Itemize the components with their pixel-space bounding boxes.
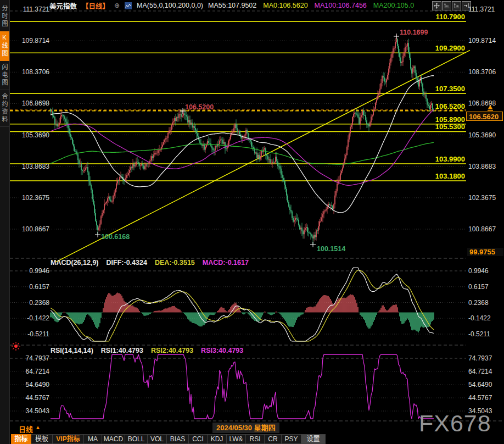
period-label[interactable]: 日线 xyxy=(19,424,33,434)
link-plus-icon[interactable]: ⊕ xyxy=(114,2,120,9)
toolbar-tab-指标[interactable]: 指标 xyxy=(11,434,31,444)
period-tag: 【日线】 xyxy=(82,1,109,11)
macd-macd-value: MACD:-0.1617 xyxy=(203,259,249,267)
toolbar-tab-BOLL[interactable]: BOLL xyxy=(125,434,148,444)
watermark: FX678 xyxy=(419,410,491,437)
toolbar-tab-BIAS[interactable]: BIAS xyxy=(167,434,189,444)
toolbar-tab-CCI[interactable]: CCI xyxy=(189,434,208,444)
macd-header: MACD(26,12,9) DIFF:-0.4324 DEA:-0.3515 M… xyxy=(51,259,249,267)
chart-header: 美元指数 【日线】 ⊕ MA(55,0,100,200,0,0) MA55:10… xyxy=(49,0,414,11)
toolbar-tab-PSY[interactable]: PSY xyxy=(282,434,301,444)
sidebar: 分时图K线图闪电图合约资料 xyxy=(0,0,10,444)
toolbar-tab-LW&[interactable]: LW& xyxy=(227,434,246,444)
hide-panel-icon[interactable] xyxy=(462,1,471,10)
sidebar-item-3[interactable]: 合约资料 xyxy=(0,90,9,127)
macd-dea-value: DEA:-0.3515 xyxy=(155,259,195,267)
toolbar-tab-模板[interactable]: 模板 xyxy=(31,434,53,444)
rsi3-value: RSI3:40.4793 xyxy=(201,347,243,354)
toolbar-tab-VIP指标[interactable]: VIP指标 xyxy=(53,434,84,444)
toolbar-tab-MA[interactable]: MA xyxy=(84,434,102,444)
axis-scale-right-icon[interactable] xyxy=(452,1,461,10)
low-price-tag: 99.9755 xyxy=(467,248,503,256)
macd-diff-value: DIFF:-0.4324 xyxy=(107,259,147,267)
toolbar-tab-KDJ[interactable]: KDJ xyxy=(208,434,227,444)
crosshair-pan-icon[interactable] xyxy=(432,1,441,10)
annotation-high: 110.1699 xyxy=(400,29,428,36)
sidebar-item-1[interactable]: K线图 xyxy=(0,31,9,61)
ma-values: MA55:107.9502MA0:106.5620MA100:106.7456M… xyxy=(208,2,414,9)
indicator-burst-icon[interactable] xyxy=(11,341,21,351)
annotation-low: 100.1514 xyxy=(317,245,345,253)
rsi-title: RSI(14,14,14) xyxy=(51,347,93,354)
ma-value-2: MA100:106.7456 xyxy=(315,2,367,9)
annotation-resistance: 106.5200 xyxy=(185,103,214,111)
indicator-toolbar: 指标模板VIP指标MAMACDBOLLVOLBIASCCIKDJLW&RSICR… xyxy=(11,434,326,444)
ma-value-0: MA55:107.9502 xyxy=(208,2,256,9)
rsi1-value: RSI1:40.4793 xyxy=(101,347,143,354)
axis-scale-left-icon[interactable] xyxy=(442,1,451,10)
sidebar-item-0[interactable]: 分时图 xyxy=(0,2,9,31)
sidebar-item-2[interactable]: 闪电图 xyxy=(0,61,9,90)
toolbar-tab-VOL[interactable]: VOL xyxy=(148,434,167,444)
chart-type-icon[interactable] xyxy=(125,2,132,9)
selected-date-tag: 2024/05/30 星期四 xyxy=(212,423,279,433)
ma-formula: MA(55,0,100,200,0,0) xyxy=(137,2,203,9)
trading-app-window: 分时图K线图闪电图合约资料 美元指数 【日线】 ⊕ MA(55,0,100,20… xyxy=(0,0,504,444)
current-price-tag: 106.5620 xyxy=(466,112,503,121)
toolbar-tab-CR[interactable]: CR xyxy=(265,434,282,444)
rsi2-value: RSI2:40.4793 xyxy=(151,347,193,354)
macd-title: MACD(26,12,9) xyxy=(51,259,99,267)
toolbar-tab-RSI[interactable]: RSI xyxy=(246,434,265,444)
ma-value-3: MA200:105.0 xyxy=(373,2,414,9)
toolbar-tab-设置[interactable]: 设置 xyxy=(301,434,326,444)
annotation-swing-low: 100.6168 xyxy=(101,233,130,241)
symbol-title: 美元指数 xyxy=(49,1,77,11)
period-up-arrow-icon[interactable]: ▲ xyxy=(35,424,41,430)
rsi-header: RSI(14,14,14) RSI1:40.4793 RSI2:40.4793 … xyxy=(51,347,243,354)
chart-canvas xyxy=(0,0,504,444)
ma-value-1: MA0:106.5620 xyxy=(263,2,307,9)
toolbar-tab-MACD[interactable]: MACD xyxy=(102,434,125,444)
header-toolbar xyxy=(432,1,471,10)
